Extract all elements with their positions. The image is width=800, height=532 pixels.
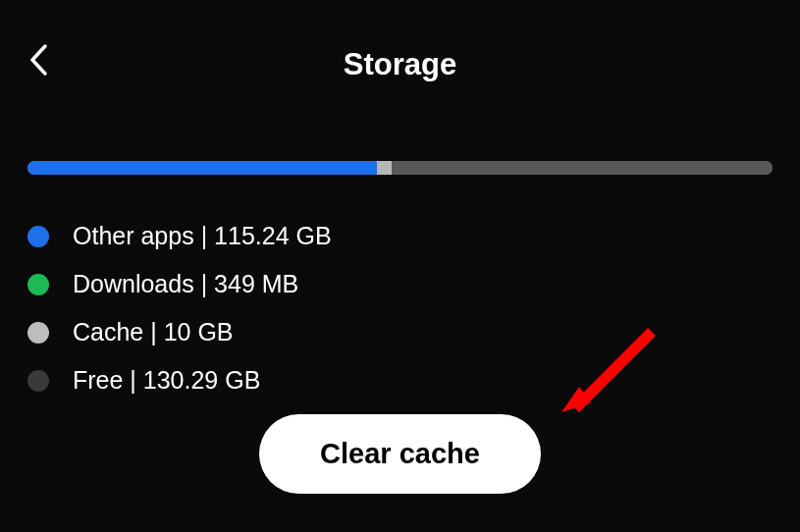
legend-dot-icon [27,274,49,295]
header: Storage [0,0,800,110]
bar-segment-other [27,161,377,175]
legend-label: Downloads | 349 MB [73,270,298,298]
legend-label: Other apps | 115.24 GB [73,222,332,250]
page-title: Storage [27,47,773,82]
bar-segment-free [392,161,773,175]
chevron-left-icon [27,43,49,77]
clear-cache-button[interactable]: Clear cache [259,414,541,494]
legend-item-free: Free | 130.29 GB [27,366,773,395]
legend-dot-icon [27,370,49,392]
bar-segment-downloads [377,161,392,175]
legend-item-cache: Cache | 10 GB [27,318,773,346]
button-row: Clear cache [0,414,800,494]
legend-dot-icon [27,322,49,344]
back-button[interactable] [27,43,49,77]
storage-usage-bar [27,161,773,175]
legend-label: Free | 130.29 GB [73,366,260,395]
legend-item-downloads: Downloads | 349 MB [27,270,773,298]
storage-legend: Other apps | 115.24 GB Downloads | 349 M… [27,222,773,395]
legend-dot-icon [27,226,49,247]
legend-item-other: Other apps | 115.24 GB [27,222,773,250]
legend-label: Cache | 10 GB [73,318,234,346]
